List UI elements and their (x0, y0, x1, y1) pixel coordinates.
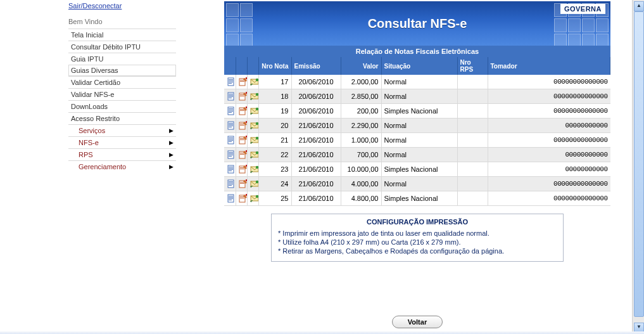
vertical-scrollbar[interactable]: ▲ ▼ (632, 0, 644, 334)
row-action-cell[interactable] (247, 148, 258, 162)
sidebar-item[interactable]: Tela Inicial (68, 29, 176, 41)
row-action-cell[interactable] (224, 177, 236, 191)
logout-link[interactable]: Sair/Desconectar (68, 0, 176, 16)
view-document-icon[interactable] (227, 121, 236, 130)
sidebar-item[interactable]: DownLoads (68, 100, 176, 112)
edit-document-icon[interactable] (239, 165, 248, 174)
sidebar-item[interactable]: Validar Certidão (68, 76, 176, 88)
view-document-icon[interactable] (227, 150, 236, 159)
svg-point-11 (255, 79, 258, 81)
col-header: Valor (341, 57, 381, 75)
send-mail-icon[interactable] (250, 121, 259, 130)
back-button[interactable]: Voltar (392, 316, 443, 328)
view-document-icon[interactable] (227, 92, 236, 101)
col-header (236, 57, 247, 75)
row-action-cell[interactable] (247, 75, 258, 89)
notas-table: Nro NotaEmissãoValorSituaçãoNro RPSTomad… (224, 57, 610, 206)
svg-rect-102 (240, 196, 244, 197)
svg-rect-51 (229, 140, 233, 141)
nro-nota-cell: 22 (258, 148, 291, 162)
row-action-cell[interactable] (224, 133, 236, 148)
row-action-cell[interactable] (224, 104, 236, 119)
row-action-cell[interactable] (236, 191, 247, 206)
view-document-icon[interactable] (227, 165, 236, 174)
edit-document-icon[interactable] (239, 92, 248, 101)
row-action-cell[interactable] (247, 119, 258, 133)
tomador-cell: 00000000000 (488, 148, 610, 162)
row-action-cell[interactable] (247, 177, 258, 191)
row-action-cell[interactable] (236, 89, 247, 104)
svg-rect-52 (229, 141, 232, 142)
svg-rect-66 (240, 153, 244, 153)
sidebar-item[interactable]: Acesso Restrito (68, 112, 176, 124)
header-band: GOVERNA Consultar NFS-e (224, 1, 610, 46)
send-mail-icon[interactable] (250, 150, 259, 159)
send-mail-icon[interactable] (250, 165, 259, 174)
row-action-cell[interactable] (236, 133, 247, 148)
send-mail-icon[interactable] (250, 194, 259, 203)
chevron-right-icon: ▶ (169, 139, 174, 146)
row-action-cell[interactable] (247, 89, 258, 104)
view-document-icon[interactable] (227, 77, 236, 86)
page-title: Consultar NFS-e (368, 16, 467, 31)
edit-document-icon[interactable] (239, 179, 248, 188)
row-action-cell[interactable] (236, 148, 247, 162)
emissao-cell: 21/06/2010 (291, 162, 341, 177)
edit-document-icon[interactable] (239, 136, 248, 145)
row-action-cell[interactable] (236, 75, 247, 89)
edit-document-icon[interactable] (239, 150, 248, 159)
view-document-icon[interactable] (227, 179, 236, 188)
row-action-cell[interactable] (224, 162, 236, 177)
view-document-icon[interactable] (227, 106, 236, 115)
sidebar-item[interactable]: Guias Diversas (68, 65, 176, 76)
sidebar-subitem[interactable]: RPS▶ (68, 148, 176, 160)
row-action-cell[interactable] (236, 177, 247, 191)
row-action-cell[interactable] (236, 104, 247, 119)
edit-document-icon[interactable] (239, 77, 248, 86)
send-mail-icon[interactable] (250, 179, 259, 188)
sidebar-subitem[interactable]: Gerenciamento▶ (68, 160, 176, 172)
send-mail-icon[interactable] (250, 136, 259, 145)
svg-rect-54 (240, 138, 244, 139)
valor-cell: 2.290,00 (341, 119, 381, 133)
row-action-cell[interactable] (247, 162, 258, 177)
row-action-cell[interactable] (224, 191, 236, 206)
welcome-label: Bem Vindo (68, 16, 176, 27)
sidebar-item[interactable]: Validar NFS-e (68, 88, 176, 100)
sidebar-subitem[interactable]: Serviços▶ (68, 124, 176, 136)
send-mail-icon[interactable] (250, 106, 259, 115)
svg-rect-64 (229, 156, 232, 157)
row-action-cell[interactable] (224, 75, 236, 89)
edit-document-icon[interactable] (239, 194, 248, 203)
edit-document-icon[interactable] (239, 106, 248, 115)
nro-nota-cell: 21 (258, 133, 291, 148)
row-action-cell[interactable] (247, 133, 258, 148)
edit-document-icon[interactable] (239, 121, 248, 130)
row-action-cell[interactable] (236, 119, 247, 133)
svg-rect-62 (229, 153, 233, 154)
scroll-thumb[interactable] (634, 11, 644, 317)
sidebar-item[interactable]: Consultar Débito IPTU (68, 41, 176, 53)
sidebar-item[interactable]: Guia IPTU (68, 53, 176, 65)
table-row: 2021/06/20102.290,00Normal00000000000 (224, 119, 610, 133)
view-document-icon[interactable] (227, 136, 236, 145)
situacao-cell: Normal (381, 119, 457, 133)
emissao-cell: 20/06/2010 (291, 75, 341, 89)
row-action-cell[interactable] (224, 148, 236, 162)
svg-rect-88 (229, 185, 232, 186)
send-mail-icon[interactable] (250, 77, 259, 86)
scroll-up-icon[interactable]: ▲ (634, 1, 644, 11)
row-action-cell[interactable] (224, 119, 236, 133)
sidebar-subitem[interactable]: NFS-e▶ (68, 136, 176, 148)
row-action-cell[interactable] (236, 162, 247, 177)
tomador-cell: 00000000000000 (488, 75, 610, 89)
row-action-cell[interactable] (247, 104, 258, 119)
svg-rect-91 (240, 183, 244, 184)
valor-cell: 2.000,00 (341, 75, 381, 89)
nro-nota-cell: 20 (258, 119, 291, 133)
row-action-cell[interactable] (224, 89, 236, 104)
row-action-cell[interactable] (247, 191, 258, 206)
view-document-icon[interactable] (227, 194, 236, 203)
send-mail-icon[interactable] (250, 92, 259, 101)
svg-rect-85 (229, 181, 233, 182)
